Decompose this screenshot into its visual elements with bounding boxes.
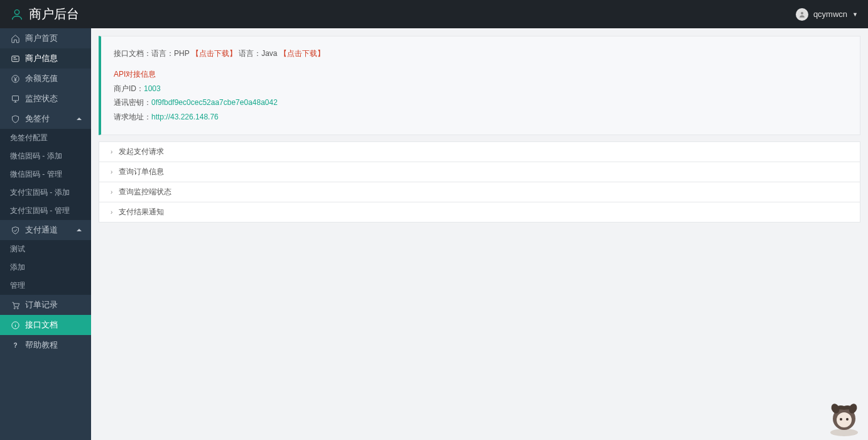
sidebar-subitem[interactable]: 微信固码 - 添加 xyxy=(0,147,91,165)
svg-point-7 xyxy=(17,307,18,309)
chevron-up-icon xyxy=(76,116,82,122)
comm-key-row: 通讯密钥：0f9fbdf9ec0cec52aa7cbe7e0a48a042 xyxy=(114,96,847,110)
card-icon xyxy=(10,53,20,63)
sidebar-item-label: 商户首页 xyxy=(25,33,58,44)
chevron-right-icon: › xyxy=(111,168,112,175)
accordion-title: 查询监控端状态 xyxy=(119,187,171,197)
sidebar-subitem[interactable]: 管理 xyxy=(0,277,91,295)
request-url-value[interactable]: http://43.226.148.76 xyxy=(151,113,219,121)
sidebar-item-label: 微信固码 - 添加 xyxy=(10,151,62,162)
accordion-header[interactable]: ›发起支付请求 xyxy=(99,142,860,162)
monitor-icon xyxy=(10,94,20,104)
svg-point-0 xyxy=(14,9,19,14)
sidebar: 商户首页商户信息余额充值监控状态免签付免签付配置微信固码 - 添加微信固码 - … xyxy=(0,28,91,440)
main-content: 接口文档：语言：PHP 【点击下载】 语言：Java 【点击下载】 API对接信… xyxy=(91,28,868,440)
accordion-title: 发起支付请求 xyxy=(119,146,164,157)
svg-point-6 xyxy=(14,307,15,309)
svg-point-14 xyxy=(846,418,849,421)
svg-text:?: ? xyxy=(13,342,17,349)
sidebar-item-label: 支付宝固码 - 管理 xyxy=(10,206,70,216)
sidebar-item[interactable]: ?帮助教程 xyxy=(0,335,91,355)
sidebar-item-label: 支付通道 xyxy=(25,224,58,236)
sidebar-item[interactable]: 监控状态 xyxy=(0,89,91,109)
chevron-right-icon: › xyxy=(111,209,112,216)
avatar-icon xyxy=(796,8,808,21)
download-java-link[interactable]: 【点击下载】 xyxy=(279,49,325,58)
api-info-title: API对接信息 xyxy=(114,67,847,82)
sidebar-item[interactable]: 余额充值 xyxy=(0,69,91,89)
chevron-up-icon xyxy=(76,227,82,233)
sidebar-item-label: 帮助教程 xyxy=(25,339,58,351)
sidebar-item-label: 订单记录 xyxy=(25,299,58,311)
sidebar-subitem[interactable]: 添加 xyxy=(0,258,91,277)
comm-key-value: 0f9fbdf9ec0cec52aa7cbe7e0a48a042 xyxy=(151,98,278,107)
sidebar-item-label: 支付宝固码 - 添加 xyxy=(10,187,70,198)
caret-down-icon: ▼ xyxy=(852,11,858,18)
comm-key-label: 通讯密钥： xyxy=(114,98,151,107)
api-info-panel: 接口文档：语言：PHP 【点击下载】 语言：Java 【点击下载】 API对接信… xyxy=(99,36,860,135)
sidebar-item[interactable]: 商户信息 xyxy=(0,48,91,69)
merchant-id-row: 商户ID：1003 xyxy=(114,82,847,96)
sidebar-item-label: 添加 xyxy=(10,262,25,273)
accordion-item: ›查询监控端状态 xyxy=(99,182,860,202)
info-icon xyxy=(10,320,20,330)
accordion-item: ›查询订单信息 xyxy=(99,162,860,182)
sidebar-item-label: 监控状态 xyxy=(25,93,58,104)
home-icon xyxy=(10,33,20,43)
sidebar-item[interactable]: 免签付 xyxy=(0,109,91,129)
accordion-title: 支付结果通知 xyxy=(119,207,164,217)
mascot-image xyxy=(824,397,864,437)
sidebar-subitem[interactable]: 支付宝固码 - 添加 xyxy=(0,184,91,202)
shield-icon xyxy=(10,114,20,124)
download-php-link[interactable]: 【点击下载】 xyxy=(192,49,237,58)
merchant-id-value: 1003 xyxy=(144,84,161,93)
sidebar-subitem[interactable]: 免签付配置 xyxy=(0,129,91,147)
text-java-prefix: 语言：Java xyxy=(239,49,277,58)
cart-icon xyxy=(10,300,20,310)
sidebar-item[interactable]: 订单记录 xyxy=(0,295,91,315)
chevron-right-icon: › xyxy=(111,148,112,155)
doc-download-line: 接口文档：语言：PHP 【点击下载】 语言：Java 【点击下载】 xyxy=(114,47,847,61)
sidebar-item[interactable]: 接口文档 xyxy=(0,315,91,335)
sidebar-subitem[interactable]: 支付宝固码 - 管理 xyxy=(0,202,91,220)
accordion-header[interactable]: ›支付结果通知 xyxy=(99,202,860,222)
merchant-id-label: 商户ID： xyxy=(114,84,144,93)
svg-point-12 xyxy=(837,412,852,427)
svg-rect-3 xyxy=(11,56,18,62)
sidebar-item[interactable]: 商户首页 xyxy=(0,28,91,48)
request-url-row: 请求地址：http://43.226.148.76 xyxy=(114,110,847,124)
sidebar-item-label: 测试 xyxy=(10,244,25,255)
sidebar-item-label: 管理 xyxy=(10,280,25,291)
user-outline-icon xyxy=(10,8,24,21)
svg-rect-5 xyxy=(12,96,18,101)
svg-point-13 xyxy=(840,418,842,421)
yen-icon xyxy=(10,74,20,84)
sidebar-item-label: 商户信息 xyxy=(25,53,58,64)
user-name: qcymwcn xyxy=(813,9,847,19)
sidebar-item-label: 免签付 xyxy=(25,113,50,124)
accordion-title: 查询订单信息 xyxy=(119,167,164,177)
chevron-right-icon: › xyxy=(111,189,112,195)
help-icon: ? xyxy=(10,340,20,350)
sidebar-item-label: 免签付配置 xyxy=(10,133,48,143)
accordion: ›发起支付请求›查询订单信息›查询监控端状态›支付结果通知 xyxy=(99,141,860,223)
header-left: 商户后台 xyxy=(10,6,79,23)
sidebar-item[interactable]: 支付通道 xyxy=(0,220,91,240)
header-title: 商户后台 xyxy=(29,6,79,23)
request-url-label: 请求地址： xyxy=(114,113,151,121)
check-icon xyxy=(10,225,20,235)
accordion-header[interactable]: ›查询监控端状态 xyxy=(99,182,860,202)
user-menu[interactable]: qcymwcn ▼ xyxy=(796,8,858,21)
text-php-prefix: 接口文档：语言：PHP xyxy=(114,49,189,58)
accordion-item: ›发起支付请求 xyxy=(99,141,860,162)
accordion-item: ›支付结果通知 xyxy=(99,202,860,223)
sidebar-subitem[interactable]: 测试 xyxy=(0,240,91,258)
sidebar-item-label: 接口文档 xyxy=(25,319,58,331)
svg-point-2 xyxy=(801,12,803,14)
top-header: 商户后台 qcymwcn ▼ xyxy=(0,0,868,28)
sidebar-item-label: 微信固码 - 管理 xyxy=(10,169,62,180)
sidebar-item-label: 余额充值 xyxy=(25,73,58,84)
accordion-header[interactable]: ›查询订单信息 xyxy=(99,162,860,182)
sidebar-subitem[interactable]: 微信固码 - 管理 xyxy=(0,165,91,184)
